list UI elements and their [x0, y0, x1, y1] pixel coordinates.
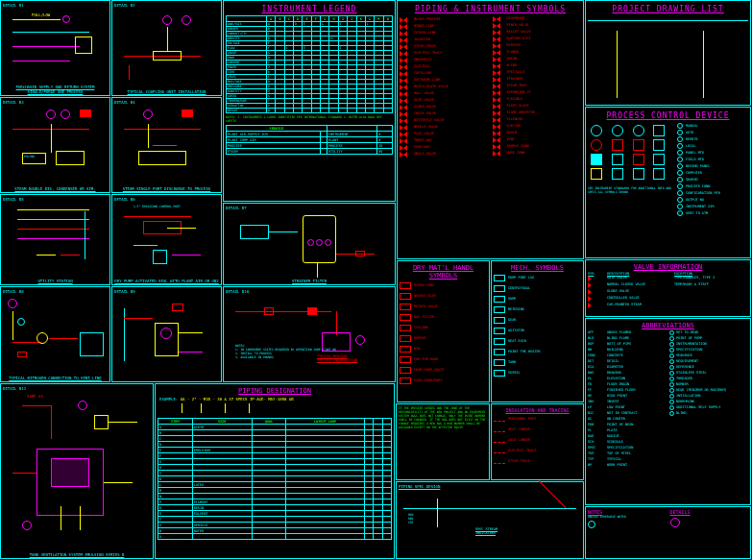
- notes-details: NOTES UNLESS OTHERWISE NOTED DETAILS: [585, 506, 751, 559]
- detail-b7: DETAIL B7 STRAINER FILTER: [223, 203, 396, 285]
- caption: DRY PUMP ACTIVATED SEAL WITH PLANT AIR O…: [112, 279, 221, 283]
- caption: TANK VENTILATION SYSTEM EMULSION SERIES …: [1, 552, 153, 557]
- insulation-tracing: INSULATION AND TRACING PERSONNEL PROTHEA…: [491, 403, 584, 480]
- title: INSULATION AND TRACING: [495, 407, 580, 413]
- instrument-legend: INSTRUMENT LEGEND ABCDEFGHIJKLMN ANALYSI…: [223, 0, 396, 202]
- detail-b6: DETAIL B6 1.5" EMISSIONS CONTROL PORT DR…: [111, 194, 222, 285]
- detail-b11: DETAIL B11 SAME AS TANK VENTILATION SYST…: [0, 383, 154, 559]
- process-control-device: PROCESS CONTROL DEVICE SEE I: [585, 107, 751, 258]
- detail-b10: DETAIL B10 NOTES:1. IN SOMEWHERE STATES …: [223, 286, 396, 382]
- title: MECH. SYMBOLS: [495, 264, 580, 272]
- piping-table: ITEMSIZEQUALLAYOUT LOOPAALKYDBCDEEMULSIO…: [158, 418, 392, 540]
- caption: STEAM DOUBLE DIS. CONDENSER OR SIM.: [1, 186, 109, 191]
- project-drawing-list: PROJECT DRAWING LIST: [585, 0, 751, 106]
- valve-information: VALVE INFORMATION SYMDESCRIPTIONEXCEPTIO…: [585, 259, 751, 317]
- detail-b9: DETAIL B9: [111, 286, 222, 382]
- legend-table: ABCDEFGHIJKLMN ANALYSISADEGIL BURNERB CO…: [226, 15, 393, 113]
- legend-note: NOTES: 1. INSTRUMENTS & LOOPS IDENTIFIED…: [226, 115, 393, 123]
- detail-b4: DETAIL B4 STEAM SINGLE PORT DISCHARGE TO…: [111, 97, 222, 193]
- caption: STEAM SINGLE PORT DISCHARGE TO PROCESS: [112, 186, 221, 191]
- caption: TYPICAL NITROGEN CONNECTION TO VENT LINE: [1, 376, 109, 380]
- title: PIPING & INSTRUMENT SYMBOLS: [400, 5, 581, 13]
- abbreviations: ABBREVIATIONS AFFABOVE FLAMEDBLDBLIND FL…: [585, 318, 751, 505]
- title: VALVE INFORMATION: [589, 263, 747, 271]
- details-title: DETAILS: [670, 509, 749, 515]
- detail-b1: DETAIL B1 FULL/LOW PURCHASED SUPPLY AND …: [0, 0, 110, 96]
- detail-b3: DETAIL B3 PH/CND STEAM DOUBLE DIS. CONDE…: [0, 97, 110, 193]
- title: INSTRUMENT LEGEND: [226, 5, 393, 13]
- piping-symbols: PIPING & INSTRUMENT SYMBOLS MAJOR PROCES…: [397, 0, 584, 259]
- caption: STRAINER FILTER: [224, 279, 395, 283]
- service-table: SERVICE PLANT AIR SUPPLY DISINSTRUMENT0 …: [226, 125, 393, 155]
- detail-b8: DETAIL B8 TYPICAL NITROGEN CONNECTION TO…: [0, 286, 110, 382]
- caption: PURCHASED SUPPLY AND RETURN SYSTEM SINGL…: [1, 85, 109, 94]
- caption: UTILITY STATION: [1, 279, 109, 283]
- detail-b2: DETAIL B2 TYPICAL COUPLING UNIT INSTALLA…: [111, 0, 222, 96]
- piping-designation: PIPING DESIGNATION EXAMPLE: GA - 2" - M1…: [155, 383, 395, 559]
- title: DRY MAT'L HANDL SYMBOLS: [400, 264, 486, 280]
- title: ABBREVIATIONS: [589, 322, 747, 329]
- title: PIPING DESIGNATION: [158, 387, 391, 395]
- title: PROJECT DRAWING LIST: [588, 5, 748, 13]
- detail-b5: DETAIL B5 UTILITY STATION: [0, 194, 110, 285]
- title: PROCESS CONTROL DEVICE: [588, 111, 748, 120]
- mech-symbols: MECH. SYMBOLS PUMP PORT LUGCENTRIFUGALSU…: [491, 260, 584, 402]
- piping-notes: IF THE PRESENT SERIES AND THE ZONE OF TH…: [396, 403, 490, 480]
- piping-spec: PIPING SPEC DESIGN MINREQSTD SPEC STREAM…: [396, 481, 584, 559]
- dry-matl-symbols: DRY MAT'L HANDL SYMBOLS SCREW CONVBUCKET…: [397, 260, 490, 402]
- caption: TYPICAL COUPLING UNIT INSTALLATION: [112, 89, 221, 94]
